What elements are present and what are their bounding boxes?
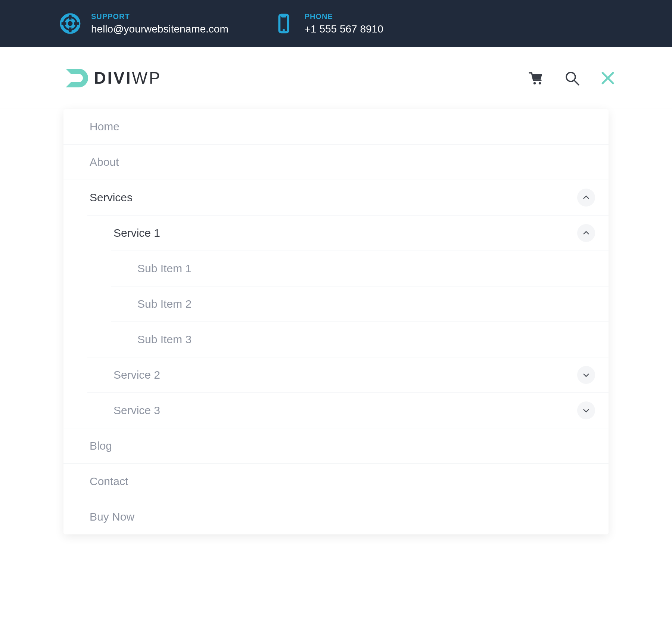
- menu-item-about[interactable]: About: [63, 144, 609, 180]
- menu-item-label: Sub Item 2: [137, 286, 192, 322]
- topbar-support: SUPPORT hello@yourwebsitename.com: [60, 12, 228, 35]
- menu-item-sub-item-3[interactable]: Sub Item 3: [111, 322, 609, 357]
- svg-point-9: [533, 82, 536, 84]
- menu-item-label: Home: [90, 109, 119, 144]
- chevron-down-icon[interactable]: [577, 401, 595, 419]
- support-label: SUPPORT: [91, 12, 228, 21]
- mobile-menu: Home About Services Service 1 Sub Item 1…: [63, 109, 609, 534]
- svg-point-1: [66, 20, 74, 28]
- menu-item-label: Service 1: [113, 215, 160, 251]
- menu-item-service-1[interactable]: Service 1: [87, 215, 609, 251]
- menu-item-label: Service 2: [113, 357, 160, 392]
- menu-item-blog[interactable]: Blog: [63, 428, 609, 463]
- topbar: SUPPORT hello@yourwebsitename.com PHONE …: [0, 0, 672, 47]
- menu-item-label: Services: [90, 180, 133, 215]
- menu-item-label: Service 3: [113, 393, 160, 428]
- menu-item-service-2[interactable]: Service 2: [87, 357, 609, 392]
- menu-item-service-3[interactable]: Service 3: [87, 392, 609, 428]
- chevron-up-icon[interactable]: [577, 224, 595, 242]
- menu-item-label: Sub Item 1: [137, 251, 192, 286]
- menu-item-label: Buy Now: [90, 499, 134, 534]
- svg-point-8: [283, 29, 285, 31]
- menu-item-label: About: [90, 145, 119, 180]
- logo[interactable]: DIVIWP: [63, 65, 161, 91]
- search-icon[interactable]: [564, 70, 580, 86]
- header-actions: [528, 70, 616, 86]
- svg-line-12: [574, 80, 579, 85]
- menu-item-contact[interactable]: Contact: [63, 463, 609, 499]
- chevron-down-icon[interactable]: [577, 366, 595, 384]
- logo-wordmark: DIVIWP: [94, 69, 161, 87]
- logo-mark-icon: [63, 65, 90, 91]
- phone-label: PHONE: [305, 12, 383, 21]
- cart-icon[interactable]: [528, 70, 544, 86]
- header: DIVIWP: [0, 47, 672, 109]
- menu-item-sub-item-2[interactable]: Sub Item 2: [111, 286, 609, 322]
- logo-text-divi: DIVI: [94, 69, 132, 87]
- menu-item-buy-now[interactable]: Buy Now: [63, 499, 609, 534]
- menu-item-label: Contact: [90, 464, 128, 499]
- menu-item-sub-item-1[interactable]: Sub Item 1: [111, 251, 609, 286]
- phone-icon: [273, 13, 294, 34]
- chevron-up-icon[interactable]: [577, 189, 595, 207]
- menu-item-home[interactable]: Home: [63, 109, 609, 144]
- menu-item-label: Sub Item 3: [137, 322, 192, 357]
- close-icon[interactable]: [600, 70, 616, 86]
- logo-text-wp: WP: [132, 69, 162, 87]
- svg-point-10: [539, 82, 541, 84]
- topbar-phone: PHONE +1 555 567 8910: [273, 12, 383, 35]
- phone-number[interactable]: +1 555 567 8910: [305, 23, 383, 35]
- support-email[interactable]: hello@yourwebsitename.com: [91, 23, 228, 35]
- menu-item-services[interactable]: Services: [63, 180, 609, 215]
- menu-item-label: Blog: [90, 428, 112, 463]
- life-ring-icon: [60, 13, 81, 34]
